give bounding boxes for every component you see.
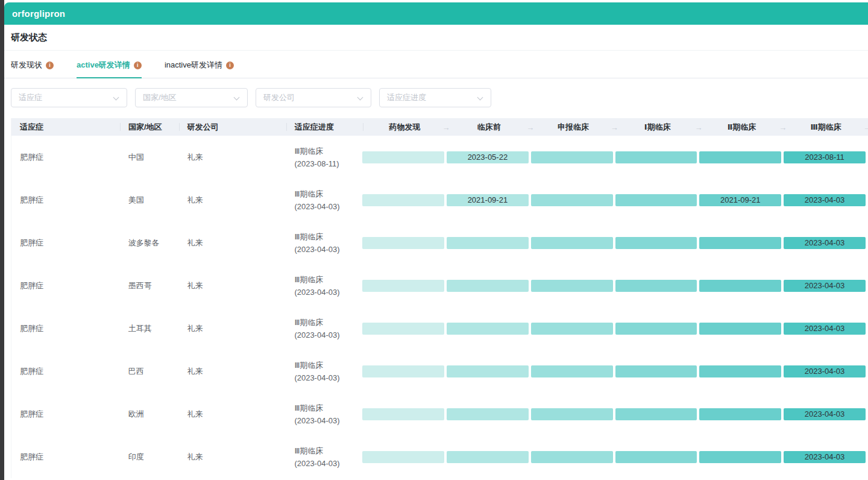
phase-bar: 2023-04-03 — [784, 280, 866, 292]
tab-bar: 研发现状 active研发详情 inactive研发详情 — [4, 51, 868, 78]
header-phase-preclinical: 临床前 → — [447, 118, 531, 136]
progress-date: (2023-08-11) — [294, 157, 362, 170]
phase-bar — [447, 237, 529, 249]
progress-date: (2023-04-03) — [294, 329, 362, 341]
header-phase-discovery: 药物发现 → — [363, 118, 447, 136]
cell-progress: Ⅲ期临床 (2023-04-03) — [286, 316, 362, 341]
cell-indication: 肥胖症 — [11, 409, 120, 420]
section-header: 研发状态 — [4, 25, 868, 51]
phase-bars: 2023-04-03 — [362, 237, 868, 249]
phase-bar — [447, 365, 529, 377]
progress-phase: Ⅲ期临床 — [294, 316, 362, 329]
cell-region: 美国 — [120, 195, 179, 206]
phase-bar — [531, 237, 613, 249]
drug-detail-panel: orforglipron 研发状态 研发现状 active研发详情 inacti… — [4, 2, 868, 478]
phase-bar — [362, 237, 444, 249]
phase-bar — [615, 365, 697, 377]
cell-progress: Ⅲ期临床 (2023-04-03) — [286, 402, 362, 427]
info-icon[interactable] — [46, 62, 54, 69]
tab-label: active研发详情 — [77, 60, 130, 71]
progress-date: (2023-04-03) — [294, 243, 362, 256]
cell-indication: 肥胖症 — [11, 152, 120, 163]
company-filter-select[interactable]: 研发公司 — [256, 88, 371, 107]
phase-bar — [531, 194, 613, 206]
phase-bar — [362, 451, 444, 463]
phase-bar — [699, 280, 781, 292]
phase-bar — [531, 280, 613, 292]
progress-phase: Ⅲ期临床 — [294, 188, 362, 200]
phase-bar — [362, 365, 444, 377]
table-row: 肥胖症 巴西 礼来 Ⅲ期临床 (2023-04-03) 2023-04-03 — [11, 350, 868, 393]
phase-bar — [447, 451, 529, 463]
phase-bar — [615, 237, 697, 249]
phase-bar: 2023-04-03 — [784, 451, 866, 463]
info-icon[interactable] — [134, 62, 142, 69]
phase-bar — [447, 408, 529, 420]
phase-bar — [362, 151, 444, 163]
header-country: 国家/地区 — [120, 118, 179, 136]
phase-bar: 2023-04-03 — [784, 365, 866, 377]
phase-bar — [699, 365, 781, 377]
cell-region: 欧洲 — [120, 409, 179, 420]
phase-bar: 2023-04-03 — [784, 194, 866, 206]
table-row: 肥胖症 土耳其 礼来 Ⅲ期临床 (2023-04-03) 2023-04-03 — [11, 307, 868, 350]
cell-company: 礼来 — [179, 409, 286, 420]
progress-phase: Ⅲ期临床 — [294, 145, 362, 157]
filter-bar: 适应症 国家/地区 研发公司 适应症进度 — [4, 78, 868, 107]
table-header: 适应症 国家/地区 研发公司 适应症进度 药物发现 → 临床前 → 申报临床 →… — [11, 118, 868, 136]
cell-progress: Ⅲ期临床 (2023-04-03) — [286, 273, 362, 298]
phase-bars: 2023-04-03 — [362, 365, 868, 377]
phase-bar: 2023-05-22 — [447, 151, 529, 163]
phase-bars: 2023-04-03 — [362, 408, 868, 420]
info-icon[interactable] — [226, 62, 234, 69]
cell-company: 礼来 — [179, 195, 286, 206]
phase-bar — [699, 151, 781, 163]
select-placeholder: 研发公司 — [263, 92, 295, 103]
phase-bar — [531, 323, 613, 335]
rd-detail-table: 适应症 国家/地区 研发公司 适应症进度 药物发现 → 临床前 → 申报临床 →… — [11, 118, 868, 478]
cell-progress: Ⅲ期临床 (2023-04-03) — [286, 188, 362, 213]
cell-progress: Ⅲ期临床 (2023-08-11) — [286, 145, 362, 170]
phase-bar — [699, 451, 781, 463]
phase-bars: 2023-04-03 — [362, 451, 868, 463]
phase-bar — [699, 323, 781, 335]
phase-bar — [615, 323, 697, 335]
country-filter-select[interactable]: 国家/地区 — [135, 88, 248, 107]
tab-rd-overview[interactable]: 研发现状 — [11, 60, 54, 78]
cell-region: 墨西哥 — [120, 280, 179, 291]
chevron-down-icon — [357, 95, 363, 101]
header-phase-2: Ⅱ期临床 → — [700, 118, 784, 136]
table-row: 肥胖症 印度 礼来 Ⅲ期临床 (2023-04-03) 2023-04-03 — [11, 435, 868, 478]
table-row: 肥胖症 墨西哥 礼来 Ⅲ期临床 (2023-04-03) 2023-04-03 — [11, 264, 868, 307]
cell-progress: Ⅲ期临床 (2023-04-03) — [286, 230, 362, 256]
indication-filter-select[interactable]: 适应症 — [11, 88, 127, 107]
cell-company: 礼来 — [179, 452, 286, 463]
phase-bar — [615, 408, 697, 420]
table-body: 肥胖症 中国 礼来 Ⅲ期临床 (2023-08-11) 2023-05-2220… — [11, 136, 868, 478]
select-placeholder: 适应症进度 — [387, 92, 426, 103]
cell-region: 印度 — [120, 452, 179, 463]
phase-bar — [447, 280, 529, 292]
cell-indication: 肥胖症 — [11, 452, 120, 463]
cell-company: 礼来 — [179, 152, 286, 163]
progress-filter-select[interactable]: 适应症进度 — [379, 88, 491, 107]
cell-indication: 肥胖症 — [11, 366, 120, 377]
phase-bar: 2021-09-21 — [447, 194, 529, 206]
tab-active-rd-detail[interactable]: active研发详情 — [77, 60, 142, 78]
phase-bar — [362, 280, 444, 292]
cell-region: 波多黎各 — [120, 238, 179, 248]
arrow-right-icon: → — [863, 122, 868, 131]
phase-bars: 2021-09-212021-09-212023-04-03 — [362, 194, 868, 206]
chevron-down-icon — [113, 95, 119, 101]
phase-bar — [447, 323, 529, 335]
phase-bar — [531, 151, 613, 163]
phase-bar: 2023-04-03 — [784, 323, 866, 335]
phase-bar — [362, 408, 444, 420]
phase-bars: 2023-05-222023-08-11 — [362, 151, 868, 163]
tab-inactive-rd-detail[interactable]: inactive研发详情 — [165, 60, 234, 78]
progress-phase: Ⅲ期临床 — [294, 273, 362, 286]
cell-company: 礼来 — [179, 323, 286, 334]
progress-date: (2023-04-03) — [294, 371, 362, 384]
cell-company: 礼来 — [179, 280, 286, 291]
cell-progress: Ⅲ期临床 (2023-04-03) — [286, 359, 362, 384]
